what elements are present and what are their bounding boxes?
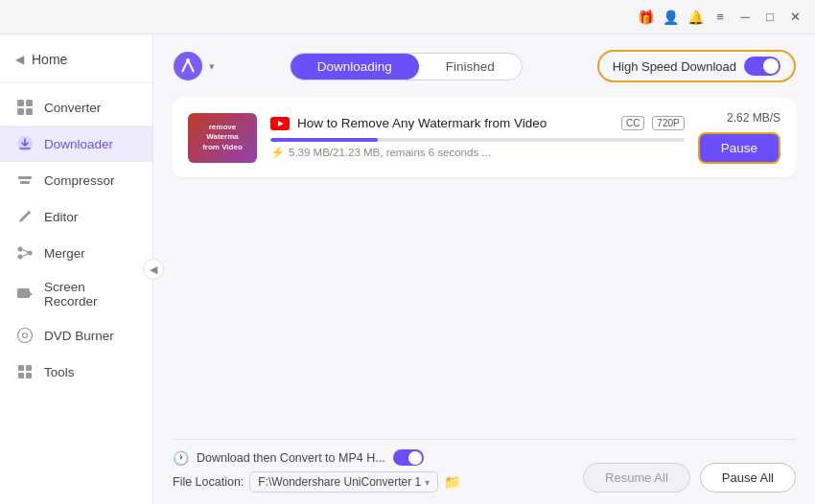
logo-chevron-icon: ▾: [209, 60, 215, 73]
svg-point-7: [18, 247, 23, 252]
resume-all-button[interactable]: Resume All: [583, 463, 690, 493]
compressor-icon: [15, 171, 35, 190]
editor-icon: [15, 207, 35, 226]
svg-rect-0: [17, 100, 24, 106]
logo-area: ▾: [173, 51, 215, 81]
high-speed-label: High Speed Download: [613, 59, 736, 74]
progress-info: ⚡ 5.39 MB/21.23 MB, remains 6 seconds ..…: [270, 146, 685, 159]
toggle-knob: [763, 58, 779, 74]
mini-knob: [408, 451, 422, 465]
file-location-label: File Location:: [173, 475, 244, 489]
merger-icon: [15, 243, 35, 263]
clock-icon: 🕐: [173, 450, 189, 466]
youtube-badge-text: ▶: [278, 120, 283, 127]
bottom-actions: Resume All Pause All: [583, 455, 796, 493]
user-icon[interactable]: 👤: [662, 9, 679, 26]
file-location-row: File Location: F:\Wondershare UniConvert…: [173, 471, 583, 493]
tools-label: Tools: [44, 365, 75, 379]
sidebar-item-screen-recorder[interactable]: Screen Recorder: [0, 271, 152, 317]
sidebar-item-dvd-burner[interactable]: DVD Burner: [0, 317, 152, 354]
converter-label: Converter: [44, 101, 101, 115]
sidebar-item-home[interactable]: ◀ Home: [0, 42, 152, 77]
tab-downloading[interactable]: Downloading: [291, 54, 419, 80]
sidebar: ◀ Home Converter: [0, 34, 153, 504]
file-path-selector[interactable]: F:\Wondershare UniConverter 1 ▾: [249, 471, 438, 493]
dvd-burner-label: DVD Burner: [44, 329, 114, 343]
svg-rect-13: [18, 365, 24, 371]
tab-switcher: Downloading Finished: [290, 53, 523, 80]
converter-icon: [15, 98, 35, 117]
cc-badge: CC: [621, 116, 644, 130]
high-speed-toggle[interactable]: [744, 57, 780, 76]
svg-point-12: [23, 333, 28, 338]
svg-rect-5: [18, 176, 32, 179]
svg-rect-1: [26, 100, 33, 106]
titlebar: 🎁 👤 🔔 ≡ ─ □ ✕: [0, 0, 815, 34]
thumbnail: removeWatermafrom Video: [188, 113, 257, 163]
svg-point-8: [18, 255, 23, 260]
svg-rect-2: [17, 108, 24, 115]
resolution-badge: 720P: [652, 116, 684, 130]
pause-button[interactable]: Pause: [698, 132, 780, 164]
folder-icon[interactable]: 📁: [444, 474, 460, 490]
maximize-icon[interactable]: □: [761, 9, 779, 26]
back-arrow-icon: ◀: [15, 53, 24, 66]
dvd-burner-icon: [15, 326, 35, 345]
sidebar-item-editor[interactable]: Editor: [0, 198, 152, 235]
svg-rect-16: [26, 373, 32, 378]
sidebar-item-compressor[interactable]: Compressor: [0, 162, 152, 198]
convert-row: 🕐 Download then Convert to MP4 H...: [173, 449, 583, 466]
svg-rect-10: [17, 288, 30, 298]
download-info: ▶ How to Remove Any Watermark from Video…: [270, 116, 685, 159]
high-speed-area: High Speed Download: [597, 50, 796, 82]
title-row: ▶ How to Remove Any Watermark from Video…: [270, 116, 685, 130]
menu-icon[interactable]: ≡: [711, 9, 729, 26]
minimize-icon[interactable]: ─: [736, 9, 754, 26]
sidebar-divider: [0, 82, 152, 83]
tools-icon: [15, 362, 35, 381]
app-body: ◀ Home Converter: [0, 34, 815, 504]
svg-point-17: [174, 52, 202, 80]
thumbnail-text: removeWatermafrom Video: [198, 119, 246, 156]
bell-icon[interactable]: 🔔: [687, 9, 704, 26]
table-row: removeWatermafrom Video ▶ How to Remove …: [173, 98, 796, 177]
bottom-area: 🕐 Download then Convert to MP4 H... File…: [173, 439, 796, 504]
sidebar-item-merger[interactable]: Merger: [0, 235, 152, 271]
progress-fill: [270, 138, 378, 142]
convert-label: Download then Convert to MP4 H...: [197, 451, 385, 465]
path-chevron-icon: ▾: [425, 477, 430, 488]
downloader-label: Downloader: [44, 137, 113, 151]
close-icon[interactable]: ✕: [786, 9, 803, 26]
svg-point-18: [186, 58, 190, 62]
convert-toggle[interactable]: [393, 449, 424, 466]
download-list: removeWatermafrom Video ▶ How to Remove …: [173, 98, 796, 439]
sidebar-item-converter[interactable]: Converter: [0, 89, 152, 126]
sidebar-item-downloader[interactable]: Downloader: [0, 126, 152, 162]
lightning-icon: ⚡: [270, 146, 285, 159]
bottom-left: 🕐 Download then Convert to MP4 H... File…: [173, 449, 583, 493]
compressor-label: Compressor: [44, 173, 115, 188]
screen-recorder-label: Screen Recorder: [44, 280, 137, 309]
svg-rect-15: [18, 373, 24, 378]
svg-rect-6: [20, 181, 30, 184]
merger-label: Merger: [44, 246, 85, 261]
editor-label: Editor: [44, 210, 78, 224]
main-content: ▾ Downloading Finished High Speed Downlo…: [153, 34, 815, 504]
svg-rect-3: [26, 108, 33, 115]
screen-recorder-icon: [15, 285, 35, 304]
home-label: Home: [32, 52, 67, 67]
progress-bar: [270, 138, 685, 142]
sidebar-collapse-button[interactable]: ◀: [143, 259, 164, 280]
svg-point-11: [18, 329, 33, 343]
download-speed: 2.62 MB/S: [727, 111, 780, 125]
sidebar-item-tools[interactable]: Tools: [0, 354, 152, 390]
download-title: How to Remove Any Watermark from Video: [297, 116, 614, 130]
tab-finished[interactable]: Finished: [419, 54, 522, 80]
svg-rect-14: [26, 365, 32, 371]
file-path-text: F:\Wondershare UniConverter 1: [258, 475, 421, 489]
progress-text: 5.39 MB/21.23 MB, remains 6 seconds ...: [289, 147, 491, 158]
app-logo-icon: [173, 51, 203, 81]
youtube-badge: ▶: [270, 117, 290, 130]
pause-all-button[interactable]: Pause All: [700, 463, 796, 493]
gift-icon[interactable]: 🎁: [637, 9, 654, 26]
